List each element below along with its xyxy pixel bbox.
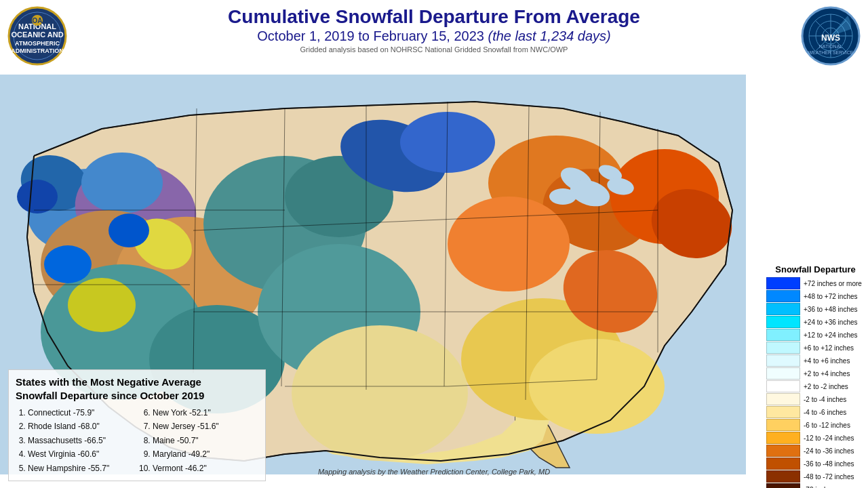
- legend-color-swatch: [766, 367, 800, 380]
- legend-color-swatch: [766, 342, 800, 354]
- legend-color-swatch: [766, 419, 800, 431]
- legend-color-swatch: [766, 432, 800, 444]
- legend-color-swatch: [766, 277, 800, 289]
- legend-color-swatch: [766, 406, 800, 418]
- legend-color-swatch: [766, 354, 800, 367]
- legend-label-text: -24 to -36 inches: [804, 447, 854, 455]
- state-item: Massachusetts -66.5": [28, 434, 134, 447]
- legend-label-text: -4 to -6 inches: [804, 409, 846, 416]
- legend-color-swatch: [766, 380, 800, 392]
- subtitle-days: (the last 1,234 days): [488, 28, 611, 43]
- state-item: Vermont -46.2": [153, 462, 258, 475]
- state-item: New York -52.1": [153, 406, 258, 420]
- legend-item: -6 to -12 inches: [766, 419, 865, 431]
- legend-item: +12 to +24 inches: [766, 329, 865, 341]
- bottom-left-title: States with the Most Negative AverageSno…: [16, 375, 258, 402]
- state-item: Maryland -49.2": [153, 447, 258, 461]
- legend-label-text: +2 to -2 inches: [804, 383, 848, 390]
- legend-item: -36 to -48 inches: [766, 458, 865, 470]
- legend-item: +72 inches or more: [766, 277, 865, 289]
- legend-label-text: +6 to +12 inches: [804, 344, 854, 352]
- state-item: Maine -50.7": [153, 434, 258, 447]
- legend-label-text: -48 to -72 inches: [804, 473, 854, 481]
- legend-label-text: +72 inches or more: [804, 280, 862, 287]
- legend-color-swatch: [766, 393, 800, 405]
- legend-label-text: +24 to +36 inches: [804, 319, 858, 326]
- legend-title: Snowfall Departure: [766, 264, 865, 274]
- legend-color-swatch: [766, 445, 800, 457]
- legend-color-swatch: [766, 458, 800, 470]
- legend-item: +6 to +12 inches: [766, 342, 865, 354]
- legend-item: +4 to +6 inches: [766, 354, 865, 367]
- legend-item: -48 to -72 inches: [766, 470, 865, 483]
- subtitle: October 1, 2019 to February 15, 2023 (th…: [81, 28, 787, 44]
- header: Cumulative Snowfall Departure From Avera…: [0, 0, 868, 55]
- legend-color-swatch: [766, 316, 800, 328]
- state-item: West Virginia -60.6": [28, 447, 134, 461]
- subtitle-date: October 1, 2019 to February 15, 2023: [257, 28, 484, 43]
- gridded-note: Gridded analysis based on NOHRSC Nationa…: [81, 45, 787, 54]
- legend-label-text: -12 to -24 inches: [804, 434, 854, 442]
- legend-item: -2 to -4 inches: [766, 393, 865, 405]
- legend-item: +2 to +4 inches: [766, 367, 865, 380]
- legend-item: -24 to -36 inches: [766, 445, 865, 457]
- legend-label-text: -6 to -12 inches: [804, 422, 850, 429]
- legend: Snowfall Departure +72 inches or more+48…: [766, 264, 865, 488]
- bottom-left-info: States with the Most Negative AverageSno…: [8, 369, 266, 481]
- state-item: New Hampshire -55.7": [28, 462, 134, 475]
- state-item: Rhode Island -68.0": [28, 420, 134, 433]
- legend-item: -4 to -6 inches: [766, 406, 865, 418]
- state-item: Connecticut -75.9": [28, 406, 134, 420]
- legend-items: +72 inches or more+48 to +72 inches+36 t…: [766, 277, 865, 488]
- mapping-credit: Mapping analysis by the Weather Predicti…: [278, 468, 590, 476]
- legend-item: +24 to +36 inches: [766, 316, 865, 328]
- states-col-2: New York -52.1"New Jersey -51.6"Maine -5…: [140, 406, 258, 475]
- main-title: Cumulative Snowfall Departure From Avera…: [81, 5, 787, 28]
- legend-color-swatch: [766, 329, 800, 341]
- legend-label-text: -72 inches or more: [804, 486, 860, 489]
- legend-item: +2 to -2 inches: [766, 380, 865, 392]
- legend-label-text: +12 to +24 inches: [804, 331, 858, 339]
- legend-color-swatch: [766, 470, 800, 483]
- legend-label-text: +4 to +6 inches: [804, 357, 850, 365]
- legend-label-text: -2 to -4 inches: [804, 396, 846, 403]
- legend-color-swatch: [766, 483, 800, 488]
- legend-label-text: +36 to +48 inches: [804, 306, 858, 313]
- legend-color-swatch: [766, 290, 800, 302]
- legend-item: +36 to +48 inches: [766, 303, 865, 315]
- states-list: Connecticut -75.9"Rhode Island -68.0"Mas…: [16, 406, 258, 475]
- page-container: NATIONAL OCEANIC AND ATMOSPHERIC ADMINIS…: [0, 0, 868, 488]
- legend-item: -12 to -24 inches: [766, 432, 865, 444]
- legend-color-swatch: [766, 303, 800, 315]
- state-item: New Jersey -51.6": [153, 420, 258, 433]
- legend-label-text: +48 to +72 inches: [804, 293, 858, 300]
- states-col-1: Connecticut -75.9"Rhode Island -68.0"Mas…: [16, 406, 134, 475]
- legend-item: -72 inches or more: [766, 483, 865, 488]
- legend-label-text: -36 to -48 inches: [804, 460, 854, 468]
- legend-item: +48 to +72 inches: [766, 290, 865, 302]
- legend-label-text: +2 to +4 inches: [804, 370, 850, 378]
